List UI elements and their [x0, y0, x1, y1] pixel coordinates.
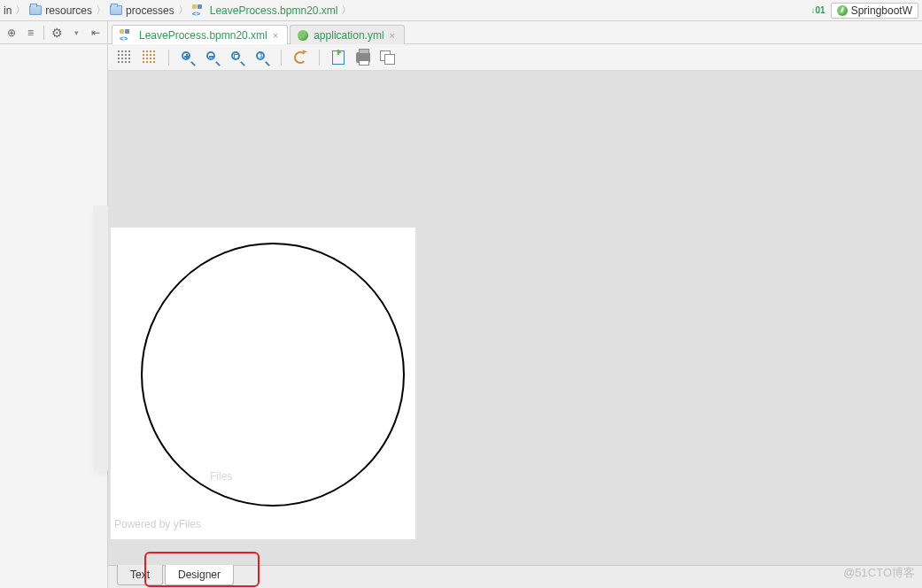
tab-label: LeaveProcess.bpmn20.xml — [139, 29, 267, 42]
tool-gutter: ⊕ ≡ ⚙ ▾ ⇤ — [0, 21, 108, 588]
zoom-fit-icon[interactable] — [229, 50, 245, 66]
close-icon[interactable]: × — [273, 30, 278, 41]
editor-tabs: <> LeaveProcess.bpmn20.xml × application… — [108, 21, 922, 44]
tab-label: application.yml — [314, 29, 384, 42]
print-icon[interactable] — [355, 50, 371, 66]
run-config-label: SpringbootW — [851, 4, 912, 17]
page-watermark: @51CTO博客 — [843, 565, 915, 581]
collapse-icon[interactable]: ≡ — [25, 26, 37, 40]
subtab-designer[interactable]: Designer — [165, 565, 234, 585]
add-icon[interactable]: ⊕ — [5, 26, 18, 40]
editor-tab-leaveprocess[interactable]: <> LeaveProcess.bpmn20.xml × — [112, 25, 288, 44]
separator — [168, 50, 169, 66]
breadcrumb-label: in — [4, 4, 12, 17]
bpmn-file-icon: <> — [120, 29, 134, 42]
zoom-out-icon[interactable] — [205, 50, 221, 66]
separator — [281, 50, 282, 66]
designer-canvas[interactable]: Files Powered by yFiles — [108, 71, 922, 565]
bpmn-file-icon: <> — [192, 4, 206, 17]
chevron-right-icon: 〉 — [178, 3, 189, 18]
folder-icon — [110, 5, 122, 15]
breadcrumb-seg-resources[interactable]: resources — [29, 4, 92, 17]
breadcrumb-seg-processes[interactable]: processes — [110, 4, 174, 17]
arrange-icon[interactable] — [380, 50, 396, 66]
refresh-icon[interactable] — [292, 50, 308, 66]
spring-boot-icon — [837, 5, 848, 16]
zoom-in-icon[interactable] — [180, 50, 196, 66]
subtab-text[interactable]: Text — [117, 565, 163, 585]
chevron-right-icon: 〉 — [96, 3, 106, 18]
folder-icon — [29, 5, 42, 15]
export-icon[interactable] — [330, 50, 346, 66]
make-icon[interactable]: ↓01 — [811, 5, 825, 15]
chevron-right-icon: 〉 — [15, 3, 26, 18]
close-icon[interactable]: × — [390, 30, 395, 41]
spring-boot-icon — [298, 30, 308, 41]
hide-icon[interactable]: ⇤ — [89, 26, 102, 40]
breadcrumb-bar: in 〉 resources 〉 processes 〉 <> LeavePro… — [0, 0, 922, 21]
zoom-one-icon[interactable] — [254, 50, 270, 66]
run-config-combo[interactable]: SpringbootW — [831, 3, 918, 19]
breadcrumb-label: LeaveProcess.bpmn20.xml — [210, 4, 338, 17]
grid-select-icon[interactable] — [142, 50, 158, 66]
separator — [319, 50, 320, 66]
subtab-label: Text — [130, 569, 150, 581]
panel-shadow — [93, 205, 108, 471]
editor-area: <> LeaveProcess.bpmn20.xml × application… — [108, 21, 922, 588]
gear-icon[interactable]: ⚙ — [51, 26, 64, 40]
editor-tab-applicationyml[interactable]: application.yml × — [290, 25, 405, 44]
breadcrumb-label: processes — [126, 4, 174, 17]
breadcrumb-seg-in[interactable]: in — [4, 4, 12, 17]
main-area: ⊕ ≡ ⚙ ▾ ⇤ <> LeaveProcess.bpmn20.xml × a… — [0, 21, 922, 588]
watermark-text: Powered by yFiles — [114, 518, 201, 530]
designer-toolbar — [108, 44, 922, 71]
chevron-right-icon: 〉 — [341, 3, 352, 18]
breadcrumb-seg-file[interactable]: <> LeaveProcess.bpmn20.xml — [192, 4, 338, 17]
bpmn-start-event-shape[interactable] — [141, 243, 405, 507]
editor-subtabs: Text Designer — [108, 565, 922, 588]
subtab-label: Designer — [178, 569, 221, 581]
separator — [43, 26, 44, 40]
breadcrumb: in 〉 resources 〉 processes 〉 <> LeavePro… — [4, 3, 811, 18]
grid-icon[interactable] — [117, 50, 133, 66]
run-config-area: ↓01 SpringbootW — [811, 3, 919, 19]
dropdown-icon[interactable]: ▾ — [71, 26, 83, 40]
gutter-toolbar: ⊕ ≡ ⚙ ▾ ⇤ — [0, 21, 107, 44]
breadcrumb-label: resources — [45, 4, 92, 17]
